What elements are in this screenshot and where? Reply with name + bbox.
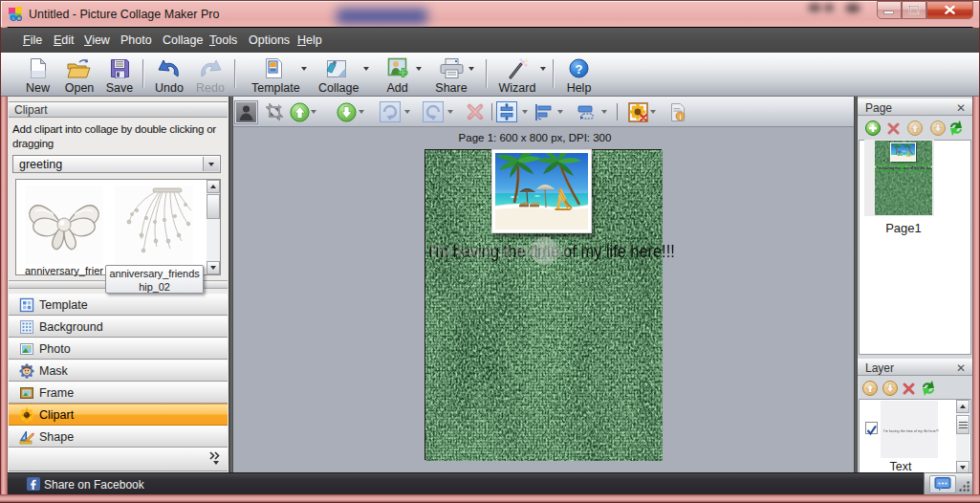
svg-text:?: ?	[576, 61, 583, 76]
svg-text:i: i	[679, 112, 681, 120]
